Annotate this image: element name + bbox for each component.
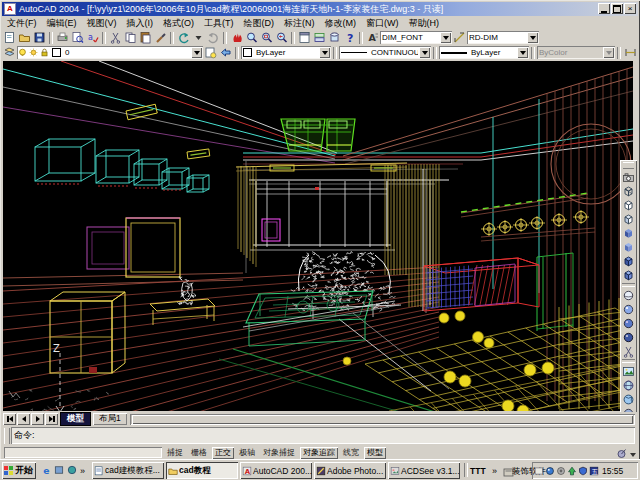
print-preview-icon[interactable] xyxy=(70,31,85,45)
tray-messenger-icon[interactable] xyxy=(545,466,555,476)
tab-last-button[interactable] xyxy=(45,413,58,425)
status-menu-icon[interactable] xyxy=(630,453,636,457)
help-icon[interactable]: ? xyxy=(342,31,357,45)
toolbar-grip[interactable] xyxy=(623,162,634,169)
tray-app1-icon[interactable] xyxy=(534,466,544,476)
status-otrack[interactable]: 对象追踪 xyxy=(300,447,338,459)
task-autocad[interactable]: A AutoCAD 200... xyxy=(240,462,312,479)
new-icon[interactable] xyxy=(2,31,17,45)
hidden-lines-icon[interactable] xyxy=(622,212,635,226)
hide-icon[interactable] xyxy=(622,288,635,302)
menu-item-view[interactable]: 视图(V) xyxy=(82,17,122,30)
status-ortho[interactable]: 正交 xyxy=(212,447,234,459)
tray-volume-icon[interactable] xyxy=(556,466,566,476)
quicklaunch-desktop-icon[interactable] xyxy=(53,464,65,476)
layer-dropdown-icon[interactable] xyxy=(191,47,202,58)
restore-button[interactable] xyxy=(611,3,623,14)
quicklaunch-ie-icon[interactable]: e xyxy=(40,464,52,476)
scrollbar-thumb[interactable] xyxy=(132,415,633,424)
mapping-icon[interactable] xyxy=(622,378,635,392)
dim-style-combo[interactable]: DIM_FONT xyxy=(380,31,452,44)
linetype-combo[interactable]: CONTINUOUS xyxy=(339,46,431,59)
wireframe-3d-icon[interactable] xyxy=(622,198,635,212)
lights-icon[interactable] xyxy=(622,330,635,344)
layer-combo[interactable]: 0 xyxy=(17,46,203,59)
designcenter-icon[interactable] xyxy=(312,31,327,45)
cut-icon[interactable] xyxy=(108,31,123,45)
flat-shaded-icon[interactable] xyxy=(622,226,635,240)
spell-check-icon[interactable]: a xyxy=(85,31,100,45)
language-overflow-chevron[interactable]: » xyxy=(492,467,497,476)
menu-item-modify[interactable]: 修改(M) xyxy=(320,17,362,30)
tray-download-icon[interactable] xyxy=(567,466,577,476)
autocad-app-icon[interactable]: A xyxy=(4,3,16,15)
menu-item-insert[interactable]: 插入(I) xyxy=(122,17,159,30)
status-snap[interactable]: 捕捉 xyxy=(164,447,186,459)
tab-model[interactable]: 模型 xyxy=(60,412,91,426)
menu-item-window[interactable]: 窗口(W) xyxy=(361,17,404,30)
tray-antivirus-icon[interactable] xyxy=(578,466,588,476)
gouraud-edges-icon[interactable] xyxy=(622,268,635,282)
linetype-dropdown-icon[interactable] xyxy=(419,47,430,58)
materials-icon[interactable] xyxy=(622,344,635,358)
task-cad-tutorial[interactable]: cad教程 xyxy=(166,462,238,479)
match-properties-icon[interactable] xyxy=(153,31,168,45)
language-indicator[interactable]: TTT xyxy=(470,466,486,476)
tab-layout1[interactable]: 布局1 xyxy=(93,413,127,425)
dimension-tool-icon[interactable] xyxy=(623,46,638,60)
layer-manager-icon[interactable] xyxy=(2,46,17,60)
quicklaunch-overflow-chevron[interactable]: » xyxy=(80,467,85,476)
tab-prev-button[interactable] xyxy=(17,413,30,425)
menu-item-file[interactable]: 文件(F) xyxy=(2,17,42,30)
dbconnect-icon[interactable] xyxy=(327,31,342,45)
quicklaunch-outlook-icon[interactable] xyxy=(66,464,78,476)
layer-previous-icon[interactable] xyxy=(218,46,233,60)
background-icon[interactable] xyxy=(622,392,635,406)
save-icon[interactable] xyxy=(32,31,47,45)
flat-edges-icon[interactable] xyxy=(622,254,635,268)
menu-item-edit[interactable]: 编辑(E) xyxy=(42,17,82,30)
status-grid[interactable]: 栅格 xyxy=(188,447,210,459)
copy-icon[interactable] xyxy=(123,31,138,45)
tab-first-button[interactable] xyxy=(3,413,16,425)
render-icon[interactable] xyxy=(622,302,635,316)
wireframe-2d-icon[interactable] xyxy=(622,184,635,198)
properties-icon[interactable] xyxy=(297,31,312,45)
gouraud-shaded-icon[interactable] xyxy=(622,240,635,254)
color-combo[interactable]: ByLayer xyxy=(241,46,331,59)
dim-style-dropdown-icon[interactable] xyxy=(440,32,451,43)
menu-item-draw[interactable]: 绘图(D) xyxy=(239,17,280,30)
color-dropdown-icon[interactable] xyxy=(319,47,330,58)
make-layer-icon[interactable] xyxy=(203,46,218,60)
close-button[interactable]: × xyxy=(624,3,636,14)
minimize-button[interactable] xyxy=(598,3,610,14)
tray-ime-icon[interactable]: 五 xyxy=(589,466,599,476)
undo-dropdown-icon[interactable] xyxy=(191,31,206,45)
task-cad-modeling-tutorial[interactable]: cad建模教程... xyxy=(92,462,164,479)
zoom-window-icon[interactable] xyxy=(259,31,274,45)
drawing-canvas[interactable]: Z xyxy=(3,61,633,411)
menu-item-dimension[interactable]: 标注(N) xyxy=(279,17,320,30)
status-model[interactable]: 模型 xyxy=(364,447,386,459)
status-polar[interactable]: 极轴 xyxy=(236,447,258,459)
tab-next-button[interactable] xyxy=(31,413,44,425)
menu-item-format[interactable]: 格式(O) xyxy=(158,17,199,30)
scenes-icon[interactable] xyxy=(622,316,635,330)
undo-icon[interactable] xyxy=(176,31,191,45)
zoom-realtime-icon[interactable] xyxy=(244,31,259,45)
command-input-area[interactable]: 命令: xyxy=(11,427,635,444)
status-osnap[interactable]: 对象捕捉 xyxy=(260,447,298,459)
dim-name-dropdown-icon[interactable] xyxy=(527,32,538,43)
lineweight-dropdown-icon[interactable] xyxy=(517,47,528,58)
menu-item-help[interactable]: 帮助(H) xyxy=(404,17,445,30)
paste-icon[interactable] xyxy=(138,31,153,45)
open-icon[interactable] xyxy=(17,31,32,45)
print-icon[interactable] xyxy=(55,31,70,45)
dim-name-combo[interactable]: RD-DIM xyxy=(467,31,539,44)
lineweight-combo[interactable]: ByLayer xyxy=(439,46,529,59)
task-acdsee[interactable]: ACDSee v3.1... xyxy=(388,462,460,479)
menu-item-tools[interactable]: 工具(T) xyxy=(199,17,239,30)
status-lwt[interactable]: 线宽 xyxy=(340,447,362,459)
pan-icon[interactable] xyxy=(229,31,244,45)
materials-library-icon[interactable] xyxy=(622,364,635,378)
